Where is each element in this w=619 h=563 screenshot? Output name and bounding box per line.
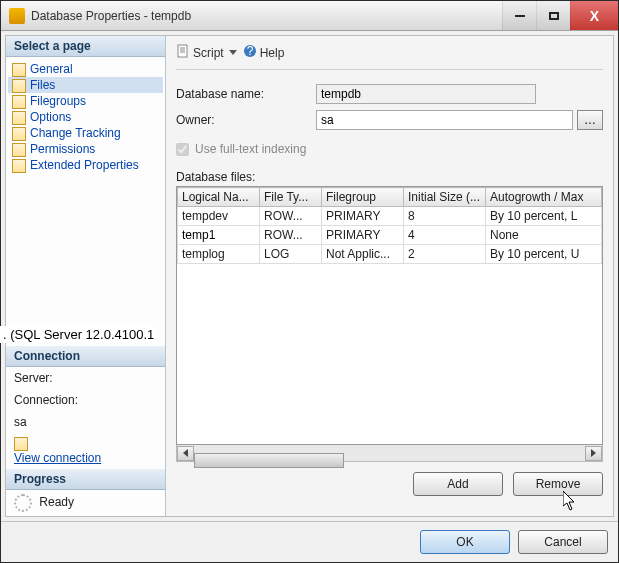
toolbar: Script ? Help [176, 42, 603, 70]
sidebar-item-general[interactable]: General [8, 61, 163, 77]
cell-type[interactable]: ROW... [260, 226, 322, 245]
sidebar: Select a page General Files Filegroups O… [6, 36, 166, 516]
scroll-right-button[interactable] [585, 446, 602, 461]
page-icon [14, 437, 157, 451]
page-icon [12, 95, 26, 107]
remove-button[interactable]: Remove [513, 472, 603, 496]
page-icon [12, 143, 26, 155]
fulltext-checkbox [176, 143, 189, 156]
sidebar-item-label: Options [30, 110, 71, 124]
progress-status: Ready [39, 495, 74, 509]
sidebar-item-label: Files [30, 78, 55, 92]
db-name-input[interactable] [316, 84, 536, 104]
progress-header: Progress [6, 469, 165, 490]
script-button[interactable]: Script [176, 44, 237, 61]
col-autogrowth[interactable]: Autogrowth / Max [486, 188, 602, 207]
logical-name-input[interactable] [182, 228, 255, 242]
view-connection-link[interactable]: View connection [14, 451, 101, 465]
sidebar-item-files[interactable]: Files [8, 77, 163, 93]
files-grid[interactable]: Logical Na... File Ty... Filegroup Initi… [176, 186, 603, 445]
app-icon [9, 8, 25, 24]
grid-empty-space [177, 264, 602, 444]
maximize-button[interactable] [536, 1, 570, 30]
cell-name-editing[interactable] [178, 226, 260, 245]
script-icon [176, 44, 190, 61]
col-initial-size[interactable]: Initial Size (... [404, 188, 486, 207]
owner-input[interactable] [316, 110, 573, 130]
help-label: Help [260, 46, 285, 60]
close-button[interactable]: X [570, 1, 618, 30]
cell-auto[interactable]: By 10 percent, L [486, 207, 602, 226]
script-label: Script [193, 46, 224, 60]
cell-type[interactable]: LOG [260, 245, 322, 264]
server-label: Server: [6, 367, 165, 389]
chevron-down-icon[interactable] [229, 50, 237, 55]
cell-group[interactable]: PRIMARY [322, 207, 404, 226]
titlebar[interactable]: Database Properties - tempdb X [1, 1, 618, 31]
table-row[interactable]: tempdev ROW... PRIMARY 8 By 10 percent, … [178, 207, 602, 226]
dialog-footer: OK Cancel [1, 521, 618, 562]
cell-size[interactable]: 8 [404, 207, 486, 226]
connection-header: Connection [6, 346, 165, 367]
scroll-left-button[interactable] [177, 446, 194, 461]
window-title: Database Properties - tempdb [31, 9, 502, 23]
page-icon [12, 79, 26, 91]
sidebar-item-label: Change Tracking [30, 126, 121, 140]
cell-auto[interactable]: By 10 percent, U [486, 245, 602, 264]
help-button[interactable]: ? Help [243, 44, 285, 61]
server-tooltip: . (SQL Server 12.0.4100.1 [0, 326, 157, 343]
select-page-header: Select a page [6, 36, 165, 57]
view-connection-row: View connection [6, 433, 165, 469]
connection-label: Connection: [6, 389, 165, 411]
progress-spinner-icon [14, 494, 32, 512]
owner-browse-button[interactable]: … [577, 110, 603, 130]
owner-label: Owner: [176, 113, 316, 127]
sidebar-item-label: Permissions [30, 142, 95, 156]
page-icon [12, 63, 26, 75]
cell-type[interactable]: ROW... [260, 207, 322, 226]
ok-button[interactable]: OK [420, 530, 510, 554]
db-name-label: Database name: [176, 87, 316, 101]
page-icon [12, 111, 26, 123]
sidebar-item-filegroups[interactable]: Filegroups [8, 93, 163, 109]
page-icon [12, 127, 26, 139]
horizontal-scrollbar[interactable] [176, 445, 603, 462]
sidebar-item-permissions[interactable]: Permissions [8, 141, 163, 157]
svg-text:?: ? [246, 44, 253, 58]
cell-size[interactable]: 2 [404, 245, 486, 264]
sidebar-item-label: General [30, 62, 73, 76]
page-icon [12, 159, 26, 171]
cell-group[interactable]: PRIMARY [322, 226, 404, 245]
cell-name[interactable]: templog [178, 245, 260, 264]
database-files-label: Database files: [176, 170, 603, 184]
connection-value: sa [6, 411, 165, 433]
content-pane: Script ? Help Database name: Owner: [166, 36, 613, 516]
cell-size[interactable]: 4 [404, 226, 486, 245]
sidebar-item-options[interactable]: Options [8, 109, 163, 125]
svg-rect-0 [178, 45, 187, 57]
sidebar-item-extended-properties[interactable]: Extended Properties [8, 157, 163, 173]
col-file-type[interactable]: File Ty... [260, 188, 322, 207]
sidebar-item-label: Filegroups [30, 94, 86, 108]
dialog-body: Select a page General Files Filegroups O… [5, 35, 614, 517]
col-filegroup[interactable]: Filegroup [322, 188, 404, 207]
page-list: General Files Filegroups Options Change … [6, 57, 165, 177]
fulltext-label: Use full-text indexing [195, 142, 306, 156]
minimize-button[interactable] [502, 1, 536, 30]
table-row[interactable]: templog LOG Not Applic... 2 By 10 percen… [178, 245, 602, 264]
table-row[interactable]: ROW... PRIMARY 4 None [178, 226, 602, 245]
sidebar-item-label: Extended Properties [30, 158, 139, 172]
cell-auto[interactable]: None [486, 226, 602, 245]
progress-row: Ready [6, 490, 165, 516]
sidebar-item-change-tracking[interactable]: Change Tracking [8, 125, 163, 141]
cell-group[interactable]: Not Applic... [322, 245, 404, 264]
cell-name[interactable]: tempdev [178, 207, 260, 226]
cancel-button[interactable]: Cancel [518, 530, 608, 554]
add-button[interactable]: Add [413, 472, 503, 496]
dialog-window: Database Properties - tempdb X Select a … [0, 0, 619, 563]
col-logical-name[interactable]: Logical Na... [178, 188, 260, 207]
scroll-thumb[interactable] [194, 453, 344, 468]
help-icon: ? [243, 44, 257, 61]
